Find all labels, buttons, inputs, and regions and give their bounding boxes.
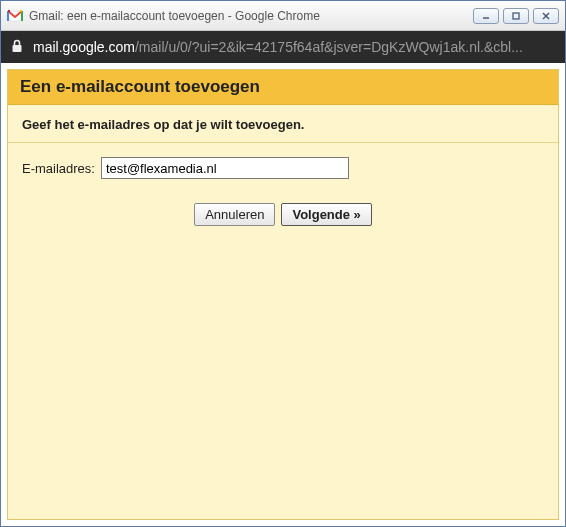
window-title: Gmail: een e-mailaccount toevoegen - Goo… [29, 9, 473, 23]
lock-icon [11, 39, 23, 56]
window-controls [473, 8, 559, 24]
add-account-panel: Een e-mailaccount toevoegen Geef het e-m… [7, 69, 559, 520]
maximize-button[interactable] [503, 8, 529, 24]
email-input[interactable] [101, 157, 349, 179]
button-row: Annuleren Volgende » [8, 193, 558, 236]
browser-window: Gmail: een e-mailaccount toevoegen - Goo… [0, 0, 566, 527]
url-path: /mail/u/0/?ui=2&ik=42175f64af&jsver=DgKz… [135, 39, 523, 55]
minimize-button[interactable] [473, 8, 499, 24]
address-bar[interactable]: mail.google.com/mail/u/0/?ui=2&ik=42175f… [1, 31, 565, 63]
panel-subtitle: Geef het e-mailadres op dat je wilt toev… [8, 105, 558, 143]
svg-rect-1 [513, 13, 519, 19]
cancel-button[interactable]: Annuleren [194, 203, 275, 226]
content-area: Een e-mailaccount toevoegen Geef het e-m… [1, 63, 565, 526]
gmail-favicon-icon [7, 8, 23, 24]
email-row: E-mailadres: [8, 143, 558, 193]
next-button[interactable]: Volgende » [281, 203, 371, 226]
url-domain: mail.google.com [33, 39, 135, 55]
svg-rect-4 [13, 45, 22, 52]
window-titlebar: Gmail: een e-mailaccount toevoegen - Goo… [1, 1, 565, 31]
email-label: E-mailadres: [22, 161, 95, 176]
panel-title: Een e-mailaccount toevoegen [8, 70, 558, 105]
close-button[interactable] [533, 8, 559, 24]
url-text: mail.google.com/mail/u/0/?ui=2&ik=42175f… [33, 39, 523, 55]
